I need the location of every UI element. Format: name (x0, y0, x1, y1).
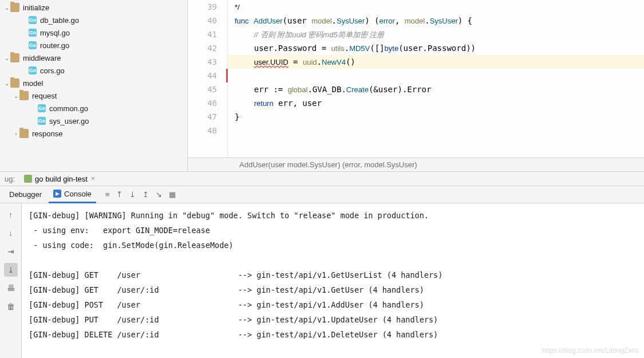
gutter: 39404142434445464748 (188, 0, 228, 158)
line-number[interactable]: 41 (188, 27, 227, 41)
code-line[interactable]: err := global.GVA_DB.Create(&user).Error (228, 82, 644, 96)
tab-console[interactable]: ▶Console (49, 186, 96, 203)
line-number[interactable]: 42 (188, 41, 227, 55)
folder-icon (10, 3, 19, 12)
soft-wrap-icon[interactable]: ≡ (105, 190, 110, 199)
go-file-icon: Go (38, 104, 46, 112)
console-icon: ▶ (53, 190, 61, 198)
go-file-icon: Go (38, 117, 46, 125)
console-output[interactable]: [GIN-debug] [WARNING] Running in "debug"… (22, 203, 644, 358)
tree-label: mysql.go (40, 29, 70, 37)
go-file-icon: Go (29, 41, 37, 49)
scroll-down-icon[interactable]: ⤓ (129, 190, 136, 199)
filter-icon[interactable]: ↘ (156, 190, 162, 199)
watermark: https://blog.csdn.net/LitongZero (542, 347, 638, 355)
close-icon[interactable]: × (91, 175, 95, 183)
run-config-label: go build gin-test (35, 175, 88, 183)
folder-icon (19, 129, 29, 138)
caret-icon[interactable]: ⌄ (3, 80, 10, 86)
tree-item[interactable]: ⌄request (0, 89, 187, 102)
tree-item[interactable]: ⌄model (0, 77, 187, 89)
tree-label: db_table.go (40, 16, 79, 25)
tab-debugger[interactable]: Debugger (5, 186, 46, 203)
debug-label: ug: (0, 175, 19, 183)
tree-label: router.go (40, 41, 69, 50)
code-line[interactable]: } (228, 110, 644, 124)
tree-label: sys_user.go (49, 117, 89, 125)
tree-item[interactable]: Gosys_user.go (0, 115, 187, 127)
tree-item[interactable]: ⌄middleware (0, 52, 187, 64)
line-number[interactable]: 46 (188, 96, 227, 110)
tree-item[interactable]: Gomysql.go (0, 26, 187, 39)
code-line[interactable] (226, 69, 644, 82)
line-number[interactable]: 44 (188, 69, 227, 82)
print-icon[interactable]: 🖶 (4, 281, 18, 295)
wrap-icon[interactable]: ⇥ (4, 245, 18, 258)
line-number[interactable]: 39 (188, 0, 227, 14)
line-number[interactable]: 47 (188, 110, 227, 124)
tree-item[interactable]: Gocors.go (0, 64, 187, 77)
caret-icon[interactable]: ⌄ (3, 5, 10, 11)
upload-icon[interactable]: ↥ (143, 190, 149, 199)
grid-icon[interactable]: ▦ (169, 190, 176, 199)
project-tree[interactable]: ⌄initializeGodb_table.goGomysql.goGorout… (0, 0, 188, 171)
folder-icon (19, 91, 29, 100)
code-line[interactable]: func AddUser(user model.SysUser) (error,… (228, 14, 644, 27)
tree-label: model (23, 79, 43, 88)
tree-item[interactable]: Gorouter.go (0, 39, 187, 52)
step-up-icon[interactable]: ↑ (4, 208, 18, 222)
tree-item[interactable]: Godb_table.go (0, 14, 187, 26)
line-number[interactable]: 40 (188, 14, 227, 27)
trash-icon[interactable]: 🗑 (4, 300, 18, 313)
code-line[interactable]: user.Password = utils.MD5V([]byte(user.P… (228, 41, 644, 55)
caret-icon[interactable]: ⌄ (13, 93, 19, 99)
folder-icon (10, 78, 19, 88)
run-config-tab[interactable]: go build gin-test × (19, 171, 100, 186)
code-editor[interactable]: 39404142434445464748 */func AddUser(user… (188, 0, 644, 171)
tree-label: initialize (23, 3, 49, 12)
code-line[interactable]: return err, user (228, 96, 644, 110)
tree-label: cors.go (40, 66, 65, 75)
folder-icon (10, 53, 19, 62)
breadcrumb[interactable]: AddUser(user model.SysUser) (error, mode… (188, 158, 644, 171)
line-number[interactable]: 45 (188, 82, 227, 96)
tree-label: request (32, 92, 57, 100)
download-icon[interactable]: ⤓ (4, 263, 18, 277)
tree-item[interactable]: Gocommon.go (0, 102, 187, 115)
caret-icon[interactable]: › (13, 131, 19, 137)
console-toolbar: ↑ ↓ ⇥ ⤓ 🖶 🗑 (0, 203, 22, 358)
go-file-icon: Go (29, 29, 37, 37)
step-down-icon[interactable]: ↓ (4, 226, 18, 240)
code-line[interactable]: user.UUID = uuid.NewV4() (228, 55, 644, 69)
debug-run-header: ug: go build gin-test × (0, 171, 644, 186)
line-number[interactable]: 43 (188, 55, 227, 69)
tool-tabs: Debugger ▶Console ≡ ⤒ ⤓ ↥ ↘ ▦ (0, 186, 644, 203)
tool-icons: ≡ ⤒ ⤓ ↥ ↘ ▦ (105, 190, 176, 199)
tree-label: response (32, 129, 62, 138)
tree-label: middleware (23, 54, 61, 62)
go-file-icon: Go (29, 66, 37, 74)
tree-label: common.go (49, 104, 88, 113)
tree-item[interactable]: ⌄initialize (0, 1, 187, 14)
scroll-up-icon[interactable]: ⤒ (116, 190, 123, 199)
go-file-icon: Go (29, 16, 37, 24)
code-line[interactable]: // 否则 附加uuid 密码md5简单加密 注册 (228, 27, 644, 41)
run-icon (24, 175, 32, 183)
line-number[interactable]: 48 (188, 124, 227, 137)
caret-icon[interactable]: ⌄ (3, 55, 10, 61)
tree-item[interactable]: ›response (0, 127, 187, 140)
code-line[interactable]: */ (228, 0, 644, 14)
code-line[interactable] (228, 124, 644, 137)
code-area[interactable]: */func AddUser(user model.SysUser) (erro… (228, 0, 644, 158)
